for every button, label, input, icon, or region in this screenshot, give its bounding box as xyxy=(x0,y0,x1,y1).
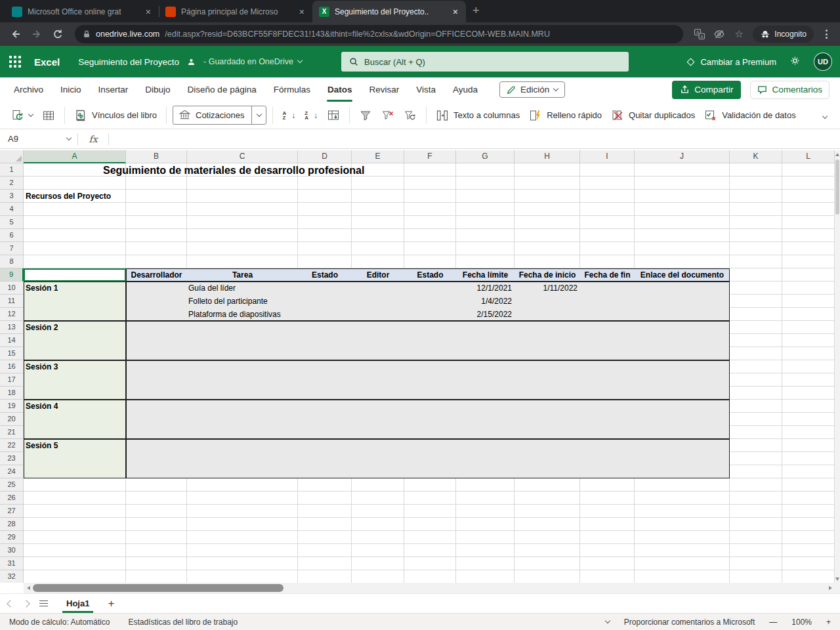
cell-L23[interactable] xyxy=(782,452,835,465)
cell-G3[interactable] xyxy=(456,190,514,203)
cell-F2[interactable] xyxy=(404,177,456,190)
cell-G27[interactable] xyxy=(456,505,514,518)
zoom-out-button[interactable]: — xyxy=(769,618,777,627)
cell-K31[interactable] xyxy=(730,557,782,570)
cell-F1[interactable] xyxy=(404,163,456,177)
cell-H6[interactable] xyxy=(514,229,580,242)
zoom-level[interactable]: 100% xyxy=(791,618,812,627)
cell-A2[interactable] xyxy=(24,177,126,190)
cell-B26[interactable] xyxy=(126,492,187,505)
cell-F25[interactable] xyxy=(404,478,456,492)
remove-duplicates-button[interactable]: Quitar duplicados xyxy=(606,106,700,125)
row-header-30[interactable]: 30 xyxy=(0,544,24,557)
row-header-24[interactable]: 24 xyxy=(0,465,24,478)
cell-C29[interactable] xyxy=(187,531,298,544)
cell-B25[interactable] xyxy=(126,478,187,492)
menu-tab-diseno-de-pagina[interactable]: Diseño de página xyxy=(179,77,265,102)
cell-L29[interactable] xyxy=(782,531,835,544)
column-header-K[interactable]: K xyxy=(730,150,782,163)
cell-L9[interactable] xyxy=(782,268,835,282)
cell-D30[interactable] xyxy=(298,544,352,557)
add-sheet-button[interactable]: + xyxy=(108,597,114,610)
feedback-button[interactable]: Proporcionar comentarios a Microsoft xyxy=(624,618,755,627)
row-header-19[interactable]: 19 xyxy=(0,400,24,413)
browser-tab-1[interactable]: Microsoft Office online grat × xyxy=(5,1,159,22)
row-header-8[interactable]: 8 xyxy=(0,255,24,268)
row-header-10[interactable]: 10 xyxy=(0,282,24,295)
name-box[interactable]: A9 xyxy=(0,129,77,148)
cell-F29[interactable] xyxy=(404,531,456,544)
row-header-5[interactable]: 5 xyxy=(0,216,24,229)
cell-G28[interactable] xyxy=(456,518,514,531)
cell-J27[interactable] xyxy=(635,505,730,518)
session-5-body[interactable] xyxy=(126,439,730,478)
cell-B5[interactable] xyxy=(126,216,187,229)
data-validation-button[interactable]: Validación de datos xyxy=(700,106,801,125)
column-header-C[interactable]: C xyxy=(187,150,298,163)
row-header-32[interactable]: 32 xyxy=(0,570,24,583)
cell-I25[interactable] xyxy=(580,478,635,492)
cell-K15[interactable] xyxy=(730,347,782,360)
forward-icon[interactable] xyxy=(28,25,46,43)
document-title[interactable]: Seguimiento del Proyecto xyxy=(78,57,179,67)
app-launcher-icon[interactable] xyxy=(9,56,21,68)
reapply-filter-button[interactable] xyxy=(399,106,421,125)
table-header-E9[interactable]: Editor xyxy=(352,268,404,282)
cell-J3[interactable] xyxy=(635,190,730,203)
cell-L15[interactable] xyxy=(782,347,835,360)
row-header-2[interactable]: 2 xyxy=(0,177,24,190)
row-header-23[interactable]: 23 xyxy=(0,452,24,465)
cell-G1[interactable] xyxy=(456,163,514,177)
cell-F4[interactable] xyxy=(404,203,456,216)
account-avatar[interactable]: UD xyxy=(814,52,832,71)
address-bar[interactable]: onedrive.live.com/edit.aspx?resid=D63BCF… xyxy=(75,25,683,43)
cell-G32[interactable] xyxy=(456,570,514,583)
cell-L7[interactable] xyxy=(782,242,835,255)
custom-sort-button[interactable] xyxy=(322,106,345,125)
cell-G30[interactable] xyxy=(456,544,514,557)
row-header-26[interactable]: 26 xyxy=(0,492,24,505)
filter-button[interactable] xyxy=(354,106,377,125)
cell-L25[interactable] xyxy=(782,478,835,492)
horizontal-scroll-thumb[interactable] xyxy=(33,584,284,592)
cell-I5[interactable] xyxy=(580,216,635,229)
row-header-4[interactable]: 4 xyxy=(0,203,24,216)
scroll-right-icon[interactable] xyxy=(826,583,835,593)
table-header-H9[interactable]: Fecha de inicio xyxy=(514,268,580,282)
session-3-body[interactable] xyxy=(126,360,730,400)
stocks-data-type-button[interactable]: Cotizaciones xyxy=(173,106,266,125)
cell-I1[interactable] xyxy=(580,163,635,177)
cell-F31[interactable] xyxy=(404,557,456,570)
clear-filter-button[interactable] xyxy=(377,106,399,125)
tab-close-icon[interactable]: × xyxy=(452,7,459,17)
cell-E26[interactable] xyxy=(352,492,404,505)
cell-A25[interactable] xyxy=(24,478,126,492)
cell-J1[interactable] xyxy=(635,163,730,177)
browser-tab-3-active[interactable]: X Seguimiento del Proyecto.. × xyxy=(312,1,466,22)
cell-L14[interactable] xyxy=(782,334,835,347)
cell-L16[interactable] xyxy=(782,360,835,373)
cell-H2[interactable] xyxy=(514,177,580,190)
cell-J28[interactable] xyxy=(635,518,730,531)
cell-L19[interactable] xyxy=(782,400,835,413)
cell-K1[interactable] xyxy=(730,163,782,177)
cell-G6[interactable] xyxy=(456,229,514,242)
cell-A29[interactable] xyxy=(24,531,126,544)
flash-fill-button[interactable]: Relleno rápido xyxy=(524,106,606,125)
sheet-title-cell[interactable]: Seguimiento de materiales de desarrollo … xyxy=(103,163,364,177)
cell-C12-text[interactable]: Plataforma de diapositivas xyxy=(188,308,281,321)
cell-E6[interactable] xyxy=(352,229,404,242)
cell-K2[interactable] xyxy=(730,177,782,190)
cell-K23[interactable] xyxy=(730,452,782,465)
cell-C3[interactable] xyxy=(187,190,298,203)
row-header-12[interactable]: 12 xyxy=(0,308,24,321)
ribbon-collapse-icon[interactable] xyxy=(823,110,833,120)
cell-D26[interactable] xyxy=(298,492,352,505)
cell-G4[interactable] xyxy=(456,203,514,216)
table-header-F9[interactable]: Estado xyxy=(404,268,456,282)
cell-L10[interactable] xyxy=(782,282,835,295)
cell-A32[interactable] xyxy=(24,570,126,583)
cell-B28[interactable] xyxy=(126,518,187,531)
cell-E31[interactable] xyxy=(352,557,404,570)
cell-K18[interactable] xyxy=(730,387,782,400)
